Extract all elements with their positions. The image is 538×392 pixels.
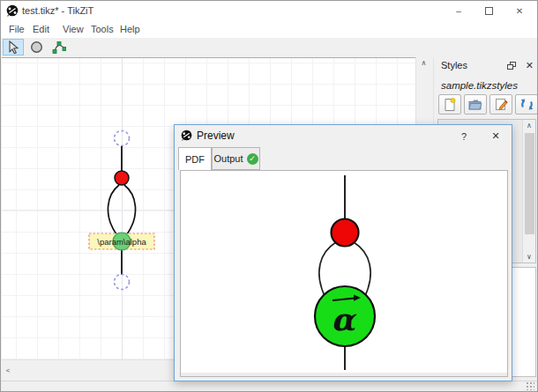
ghost-node-bottom[interactable] [115,275,130,290]
edit-styles-button[interactable] [489,94,512,115]
preview-title-bar[interactable]: Preview ? ✕ [175,125,512,147]
scrollbar-thumb[interactable] [525,133,534,234]
refresh-icon [520,98,534,111]
edge-tool-button[interactable] [49,39,70,55]
preview-close-button[interactable]: ✕ [483,125,508,147]
menu-tools[interactable]: Tools [91,20,114,38]
menu-view[interactable]: View [63,20,84,38]
help-icon: ? [461,131,467,142]
styles-panel-title: Styles [441,60,467,70]
status-bar [1,381,537,392]
tikzstyles-filename: sample.tikzstyles [441,80,518,91]
alpha-symbol: α [332,301,357,337]
minimize-button[interactable]: – [445,1,472,20]
rendered-pdf-figure: α [181,171,507,373]
edge-path-icon [52,41,66,55]
ghost-node-top[interactable] [115,131,130,146]
close-button[interactable]: ✕ [506,1,533,20]
tab-output-label: Output [213,153,243,164]
tab-output[interactable]: Output ✓ [212,147,260,170]
close-icon: ✕ [491,130,499,142]
float-panel-icon[interactable] [507,62,516,70]
edge-lens-left[interactable] [108,185,119,234]
cursor-arrow-icon [7,41,19,54]
scroll-up-icon[interactable]: ∧ [523,120,535,131]
help-button[interactable]: ? [452,125,476,147]
maximize-button[interactable] [475,1,502,20]
styles-panel-header[interactable]: Styles ✕ [434,57,538,75]
scroll-down-icon[interactable]: ∨ [523,251,535,263]
page-margin [181,373,507,376]
preview-tab-bar: PDF Output ✓ [175,147,512,170]
styles-panel-close-button[interactable]: ✕ [526,60,534,71]
menu-edit[interactable]: Edit [33,20,49,38]
menu-file[interactable]: File [9,20,25,38]
preview-dialog-title: Preview [197,125,235,147]
tikzit-logo-icon [181,129,192,141]
preview-red-node [332,219,359,247]
maximize-icon [485,7,493,15]
resize-grip[interactable] [526,381,534,390]
menu-bar: File Edit View Tools Help [1,20,537,38]
title-bar[interactable]: test.tikz* - TikZiT – ✕ [1,1,537,20]
tab-pdf[interactable]: PDF [178,147,212,170]
success-check-icon: ✓ [247,153,258,165]
tab-pdf-label: PDF [185,154,205,165]
node-styles-scrollbar[interactable]: ∧ ∨ [522,120,535,263]
menu-help[interactable]: Help [120,20,140,38]
close-icon: ✕ [516,6,523,16]
open-style-file-button[interactable] [464,94,487,115]
edge-lens-right[interactable] [124,185,136,234]
node-circle-icon [30,41,43,54]
preview-dialog: Preview ? ✕ PDF Output ✓ [174,124,512,381]
pdf-preview-pane: α [180,170,508,377]
tikzit-logo-icon [6,4,19,17]
scroll-left-icon[interactable]: < [2,364,14,377]
tool-bar [1,38,537,56]
tikzit-main-window: test.tikz* - TikZiT – ✕ File Edit View T… [0,0,538,392]
select-tool-button[interactable] [3,39,24,55]
edit-pencil-icon [495,98,508,111]
new-file-icon [444,98,456,112]
minimize-icon: – [456,6,461,16]
new-style-file-button[interactable] [438,94,461,115]
refresh-styles-button[interactable] [515,94,538,115]
window-title: test.tikz* - TikZiT [22,1,93,20]
red-node[interactable] [115,171,129,185]
scroll-up-icon[interactable]: ∧ [416,57,431,70]
open-folder-icon [468,99,482,110]
node-tool-button[interactable] [26,39,47,55]
node-label-text[interactable]: \param\alpha [97,237,146,247]
